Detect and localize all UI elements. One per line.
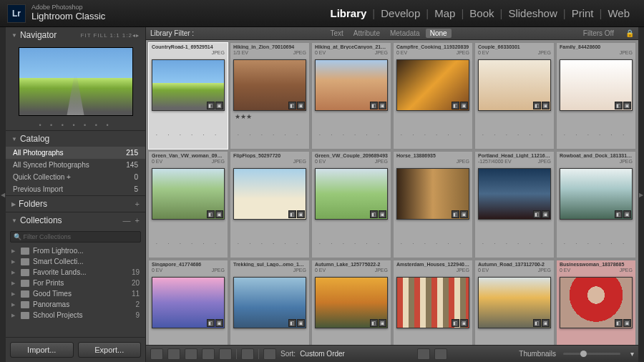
thumbnail[interactable]: ◧▣ — [478, 59, 551, 111]
star-rating[interactable] — [394, 329, 472, 338]
photo-cell[interactable]: Family_84428600JPEG◧▣· · · · · · — [556, 42, 636, 150]
sort-direction-icon[interactable] — [263, 348, 276, 360]
star-rating[interactable] — [230, 220, 309, 229]
module-slideshow[interactable]: Slideshow — [502, 7, 562, 19]
photo-cell[interactable]: Trekking_sul_Lago...omo_193948254JPEG◧▣·… — [230, 260, 310, 345]
thumbnail[interactable]: ◧▣ — [315, 59, 388, 111]
thumbnail[interactable]: ◧▣ — [152, 277, 225, 328]
badge-icon[interactable]: ◧ — [533, 102, 541, 109]
catalog-row[interactable]: Quick Collection +0 — [6, 171, 145, 183]
grid-view-icon[interactable] — [150, 348, 163, 360]
badge-icon[interactable]: ▣ — [623, 102, 631, 109]
star-rating[interactable] — [230, 329, 309, 338]
star-rating[interactable] — [312, 220, 391, 229]
module-library[interactable]: Library — [324, 7, 372, 19]
left-edge-grip[interactable]: ◀ — [0, 27, 6, 362]
badge-icon[interactable]: ◧ — [207, 319, 215, 327]
thumbnail[interactable]: ◧▣ — [560, 168, 633, 220]
badge-icon[interactable]: ▣ — [379, 102, 386, 109]
collection-item[interactable]: ▶Good Times11 — [6, 288, 145, 299]
toolbar-menu-icon[interactable]: ▾ — [630, 350, 634, 358]
thumbnail[interactable]: ◧▣ — [560, 277, 633, 328]
star-rating[interactable] — [557, 329, 635, 338]
badge-icon[interactable]: ◧ — [533, 319, 541, 327]
module-print[interactable]: Print — [566, 7, 600, 19]
photo-cell[interactable]: Hiking_at_BryceCanyon_2110158700 EVJPEG◧… — [311, 42, 391, 150]
star-rating[interactable] — [149, 112, 228, 120]
badge-icon[interactable]: ◧ — [207, 102, 215, 109]
photo-cell[interactable]: Green_VW_Couple_2096894930 EVJPEG◧▣· · ·… — [311, 151, 391, 258]
catalog-header[interactable]: ▼Catalog — [6, 131, 145, 147]
thumbnail[interactable]: ◧▣ — [396, 59, 469, 111]
star-rating[interactable] — [312, 112, 391, 120]
photo-cell[interactable]: Horse_13886935JPEG◧▣· · · · · · — [393, 151, 473, 258]
badge-icon[interactable]: ▣ — [297, 210, 305, 218]
collection-item[interactable]: ▶Panoramas2 — [6, 299, 145, 310]
badge-icon[interactable]: ◧ — [452, 102, 459, 109]
photo-cell[interactable]: Amsterdam_Houses_122940375JPEG◧▣· · · · … — [393, 260, 473, 345]
survey-view-icon[interactable] — [202, 348, 215, 360]
photo-cell[interactable]: Businesswoman_183786850 EVJPEG◧▣· · · · … — [556, 260, 636, 345]
filter-tab-text[interactable]: Text — [326, 29, 347, 38]
right-edge-grip[interactable]: ▶ — [638, 27, 644, 362]
badge-icon[interactable]: ◧ — [615, 319, 623, 327]
collection-item[interactable]: ▶School Projects9 — [6, 310, 145, 321]
collections-header[interactable]: ▼Collections—+ — [6, 212, 145, 228]
painter-icon[interactable] — [241, 348, 254, 360]
badge-icon[interactable]: ▣ — [542, 319, 550, 327]
badge-icon[interactable]: ◧ — [288, 210, 296, 218]
thumbnail[interactable]: ◧▣ — [478, 168, 551, 220]
badge-icon[interactable]: ▣ — [623, 319, 631, 327]
badge-icon[interactable]: ▣ — [297, 319, 305, 327]
badge-icon[interactable]: ◧ — [370, 210, 378, 218]
reject-icon[interactable] — [434, 348, 447, 360]
badge-icon[interactable]: ◧ — [288, 102, 296, 109]
star-rating[interactable] — [557, 220, 635, 229]
badge-icon[interactable]: ▣ — [297, 102, 305, 109]
navigator-preview[interactable] — [19, 47, 133, 116]
collection-item[interactable]: ▶From Lightroo... — [6, 245, 145, 256]
star-rating[interactable] — [149, 329, 228, 338]
badge-icon[interactable]: ◧ — [207, 210, 215, 218]
star-rating[interactable] — [557, 112, 635, 120]
thumbnail[interactable]: ◧▣ — [233, 277, 306, 328]
star-rating[interactable] — [394, 112, 472, 120]
import-button[interactable]: Import... — [10, 342, 74, 358]
badge-icon[interactable]: ◧ — [288, 319, 296, 327]
thumbnail[interactable]: ◧▣ — [152, 168, 225, 220]
lock-icon[interactable]: 🔒 — [625, 29, 634, 37]
photo-cell[interactable]: Hiking_in_Zion_700106941/3 EVJPEG◧▣★★★· … — [230, 42, 310, 150]
loupe-view-icon[interactable] — [167, 348, 180, 360]
photo-cell[interactable]: Campfire_Cooking_1193208390 EVJPEG◧▣· · … — [393, 42, 473, 150]
badge-icon[interactable]: ◧ — [615, 210, 623, 218]
badge-icon[interactable]: ◧ — [370, 102, 378, 109]
photo-cell[interactable]: FlipFlops_50297720JPEG◧▣· · · · · · — [230, 151, 310, 258]
navigator-header[interactable]: ▼NavigatorFIT FILL 1:1 1:2◂▸ — [6, 27, 145, 43]
thumbnail[interactable]: ◧▣ — [233, 59, 306, 111]
badge-icon[interactable]: ▣ — [460, 102, 468, 109]
catalog-row[interactable]: All Photographs215 — [6, 147, 145, 159]
star-rating[interactable] — [312, 329, 391, 338]
star-rating[interactable] — [149, 220, 228, 229]
badge-icon[interactable]: ◧ — [370, 319, 378, 327]
badge-icon[interactable]: ▣ — [215, 210, 223, 218]
filters-off[interactable]: Filters Off — [583, 29, 614, 37]
thumbnail[interactable]: ◧▣ — [478, 277, 551, 328]
filter-tab-none[interactable]: None — [426, 29, 452, 38]
thumbnail[interactable]: ◧▣ — [560, 59, 633, 111]
badge-icon[interactable]: ▣ — [623, 210, 631, 218]
thumbnail[interactable]: ◧▣ — [396, 277, 469, 328]
thumbnail-size-slider[interactable] — [563, 353, 620, 355]
collection-item[interactable]: ▶Smart Collecti... — [6, 256, 145, 267]
photo-cell[interactable]: Autumn_Road_137312700-20 EVJPEG◧▣· · · ·… — [474, 260, 555, 345]
thumbnail[interactable]: ◧▣ — [233, 168, 306, 220]
photo-cell[interactable]: CountryRoad-1_69529514JPEG◧▣· · · · · · — [148, 42, 228, 150]
badge-icon[interactable]: ▣ — [460, 210, 468, 218]
compare-view-icon[interactable] — [185, 348, 197, 360]
star-rating[interactable] — [394, 220, 472, 229]
badge-icon[interactable]: ▣ — [460, 319, 468, 327]
photo-cell[interactable]: Couple_663303010 EVJPEG◧▣· · · · · · — [474, 42, 555, 150]
badge-icon[interactable]: ▣ — [542, 102, 550, 109]
module-map[interactable]: Map — [429, 7, 461, 19]
module-develop[interactable]: Develop — [375, 7, 426, 19]
